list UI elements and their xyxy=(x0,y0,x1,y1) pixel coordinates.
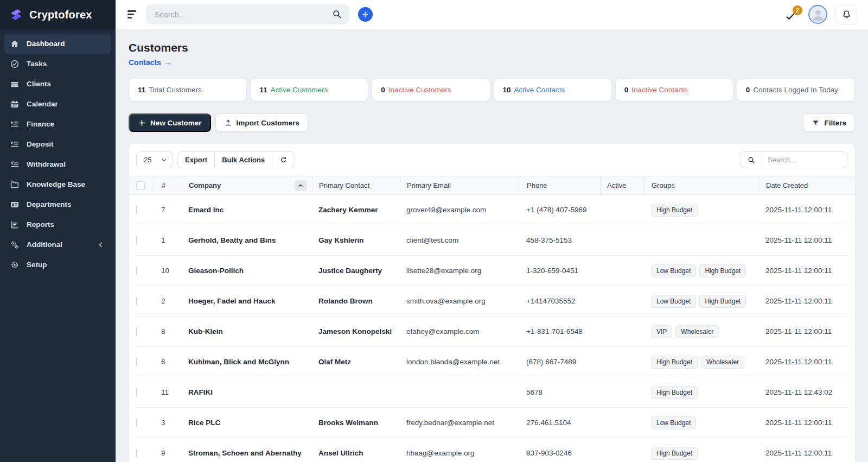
row-checkbox[interactable] xyxy=(136,358,137,366)
global-search-input[interactable] xyxy=(146,4,349,24)
stat-label: Contacts Logged In Today xyxy=(753,86,838,94)
select-all-checkbox[interactable] xyxy=(136,181,145,190)
table-actions-group: Export Bulk Actions xyxy=(177,151,295,168)
brand[interactable]: Cryptoforex xyxy=(0,0,116,29)
column-header-date[interactable]: Date Created xyxy=(759,176,847,194)
cell-groups: High BudgetWholesaler xyxy=(644,356,759,369)
sidebar-item-dashboard[interactable]: Dashboard xyxy=(4,34,111,54)
cell-phone: +14147035552 xyxy=(520,297,600,305)
table-search xyxy=(740,151,847,168)
notifications-button[interactable] xyxy=(835,4,857,24)
nav-icon xyxy=(10,59,20,69)
cell-phone: 276.461.5104 xyxy=(520,419,600,427)
sidebar-item-finance[interactable]: Finance xyxy=(4,114,111,134)
row-checkbox[interactable] xyxy=(136,449,137,457)
sidebar-item-label: Withdrawal xyxy=(27,160,106,168)
cell-phone: +1-831-701-6548 xyxy=(520,327,600,336)
cell-num: 10 xyxy=(155,267,182,275)
sidebar-item-deposit[interactable]: Deposit xyxy=(4,134,111,154)
sidebar-item-departments[interactable]: Departments xyxy=(4,194,111,214)
group-badge-low-budget: Low Budget xyxy=(651,416,696,429)
sidebar-item-tasks[interactable]: Tasks xyxy=(4,54,111,74)
refresh-button[interactable] xyxy=(272,151,295,168)
row-checkbox[interactable] xyxy=(136,236,137,244)
per-page-select[interactable]: 25 xyxy=(136,151,173,168)
cell-groups: Low Budget xyxy=(644,416,759,429)
stat-label: Total Customers xyxy=(149,86,202,94)
notification-badge: 2 xyxy=(793,5,802,15)
group-badge-vip: VIP xyxy=(651,325,672,338)
actions-row: New Customer Import Customers Filters xyxy=(129,113,855,132)
group-badge-low-budget: Low Budget xyxy=(651,295,696,308)
cell-num: 9 xyxy=(155,449,182,457)
table-row: 11 RAFIKI 5678 High Budget 2025-11-11 12… xyxy=(136,377,847,408)
column-header-email[interactable]: Primary Email xyxy=(400,176,520,194)
table-search-button[interactable] xyxy=(741,152,762,168)
sidebar-item-clients[interactable]: Clients xyxy=(4,74,111,94)
cell-date: 2025-11-11 12:00:11 xyxy=(759,327,847,336)
hamburger-menu-icon[interactable] xyxy=(126,8,137,20)
table-row: 1 Gerhold, Beatty and Bins Gay Kshlerin … xyxy=(136,225,847,256)
row-checkbox[interactable] xyxy=(136,327,137,336)
chevron-left-icon xyxy=(97,241,105,249)
cell-num: 6 xyxy=(155,358,182,366)
cell-company: Gerhold, Beatty and Bins xyxy=(182,236,312,244)
table-row: 9 Stroman, Schoen and Abernathy Ansel Ul… xyxy=(136,438,847,462)
avatar[interactable] xyxy=(808,5,827,24)
stat-label: Inactive Customers xyxy=(388,86,451,94)
nav-icon xyxy=(10,119,20,129)
cell-num: 7 xyxy=(155,206,182,214)
sidebar-item-knowledge-base[interactable]: Knowledge Base xyxy=(4,174,111,194)
cell-phone: (678) 667-7489 xyxy=(520,358,600,366)
cell-date: 2025-11-11 12:00:11 xyxy=(759,206,847,214)
row-checkbox[interactable] xyxy=(136,267,137,275)
row-checkbox[interactable] xyxy=(136,388,137,396)
cell-phone: +1 (478) 407-5969 xyxy=(520,206,600,214)
quick-add-button[interactable] xyxy=(358,7,373,22)
sidebar-item-calendar[interactable]: Calendar xyxy=(4,94,111,114)
row-checkbox[interactable] xyxy=(136,206,137,214)
column-header-active[interactable]: Active xyxy=(600,176,644,194)
sidebar-item-label: Knowledge Base xyxy=(27,180,106,188)
column-header-company[interactable]: Company xyxy=(182,176,312,194)
content: Customers Contacts→ 11 Total Customers 1… xyxy=(116,29,868,462)
stat-value: 0 xyxy=(746,86,750,94)
cell-company: Kuhlman, Blick and McGlynn xyxy=(182,358,312,366)
row-checkbox[interactable] xyxy=(136,419,137,427)
sidebar: Cryptoforex Dashboard Tasks Clients Cale… xyxy=(0,0,116,462)
sidebar-item-setup[interactable]: Setup xyxy=(4,255,111,275)
bulk-actions-button[interactable]: Bulk Actions xyxy=(214,151,272,168)
sidebar-item-withdrawal[interactable]: Withdrawal xyxy=(4,154,111,174)
export-button[interactable]: Export xyxy=(177,151,215,168)
column-header-num[interactable]: # xyxy=(155,176,182,194)
plus-icon xyxy=(138,119,146,127)
cell-num: 3 xyxy=(155,419,182,427)
group-badge-high-budget: High Budget xyxy=(699,264,746,277)
column-header-phone[interactable]: Phone xyxy=(520,176,600,194)
cell-contact: Ansel Ullrich xyxy=(312,449,400,457)
sidebar-item-label: Tasks xyxy=(27,60,106,68)
column-header-groups[interactable]: Groups xyxy=(644,176,759,194)
cell-groups: VIPWholesaler xyxy=(644,325,759,338)
group-badge-wholesaler: Wholesaler xyxy=(701,356,744,369)
stat-label: Active Contacts xyxy=(514,86,565,94)
sidebar-item-additional[interactable]: Additional xyxy=(4,235,111,255)
cell-company: RAFIKI xyxy=(182,388,312,396)
table-row: 6 Kuhlman, Blick and McGlynn Olaf Metz l… xyxy=(136,347,847,377)
table-search-input[interactable] xyxy=(762,152,847,168)
row-checkbox[interactable] xyxy=(136,297,137,305)
import-customers-button[interactable]: Import Customers xyxy=(215,113,308,132)
breadcrumb-contacts-link[interactable]: Contacts→ xyxy=(129,58,171,67)
upload-icon xyxy=(224,119,232,127)
sort-button[interactable] xyxy=(295,180,307,191)
stat-value: 0 xyxy=(381,86,385,94)
filters-button[interactable]: Filters xyxy=(803,113,855,132)
stat-value: 10 xyxy=(503,86,511,94)
sidebar-item-reports[interactable]: Reports xyxy=(4,214,111,235)
cell-groups: High Budget xyxy=(644,447,759,460)
new-customer-button[interactable]: New Customer xyxy=(129,113,211,132)
column-header-contact[interactable]: Primary Contact xyxy=(312,176,400,194)
tasks-notification-button[interactable]: 2 xyxy=(785,7,800,23)
stat-label: Inactive Contacts xyxy=(631,86,688,94)
cell-date: 2025-11-11 12:00:11 xyxy=(759,267,847,275)
